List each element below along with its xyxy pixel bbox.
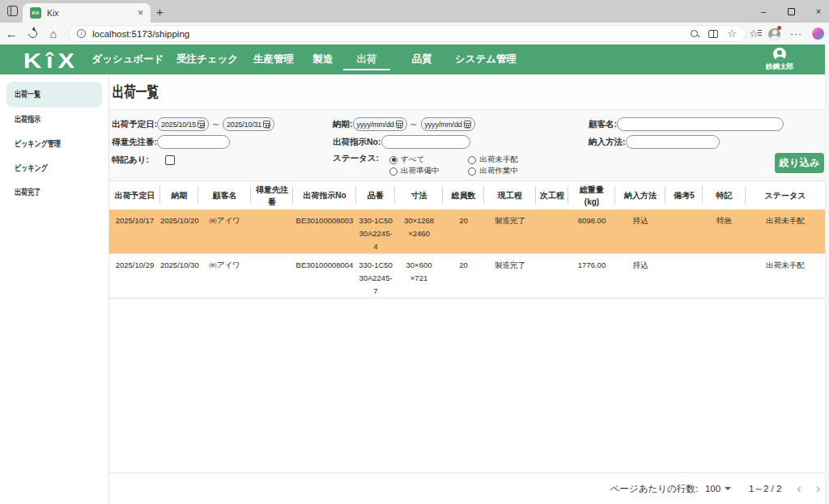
- sidebar-item-2[interactable]: 出荷指示: [6, 108, 102, 132]
- table-cell: [251, 254, 293, 299]
- tab-close-icon[interactable]: ×: [138, 7, 143, 19]
- status-label: ステータス:: [333, 153, 379, 164]
- column-header[interactable]: 次工程: [536, 181, 568, 210]
- rows-per-page-caret-icon[interactable]: [725, 487, 731, 490]
- column-header[interactable]: 総員数: [443, 181, 484, 210]
- nav-item-3[interactable]: 生産管理: [253, 44, 294, 74]
- table-cell: 2025/10/17: [109, 210, 160, 254]
- radio-icon: [389, 167, 397, 176]
- copilot-icon[interactable]: [812, 28, 824, 40]
- calendar-icon[interactable]: [396, 121, 403, 128]
- nav-item-6[interactable]: 品質: [412, 44, 432, 74]
- delivery-method-label: 納入方法:: [589, 137, 626, 148]
- table-cell: 特急: [703, 210, 746, 254]
- special-note-label: 特記あり:: [112, 155, 149, 166]
- rows-per-page-select[interactable]: 100: [705, 484, 721, 493]
- address-bar[interactable]: i localhost:5173/shipping ☆: [68, 25, 746, 42]
- column-header[interactable]: 納入方法: [615, 181, 665, 210]
- nav-item-7[interactable]: システム管理: [455, 44, 517, 74]
- calendar-icon[interactable]: [263, 121, 270, 128]
- column-header[interactable]: 総重量 (kg): [568, 181, 615, 210]
- table-row[interactable]: 2025/10/292025/10/30㈱アイワBE30100008004330…: [109, 254, 825, 299]
- table-cell: [703, 254, 746, 299]
- sidebar-item-5[interactable]: 出荷完了: [6, 180, 102, 205]
- nav-item-4[interactable]: 製造: [313, 44, 334, 74]
- delivery-date-from-input[interactable]: yyyy/mm/dd: [353, 117, 407, 131]
- sidebar-item-1[interactable]: 出荷一覧: [6, 82, 102, 108]
- column-header[interactable]: 得意先注番: [251, 181, 293, 210]
- site-info-icon[interactable]: i: [77, 29, 86, 38]
- column-header[interactable]: 備考5: [665, 181, 703, 210]
- special-note-checkbox[interactable]: [165, 155, 175, 165]
- shipping-date-to-input[interactable]: 2025/10/31: [223, 117, 274, 131]
- column-header[interactable]: 特記: [703, 181, 746, 210]
- table-cell: 20: [443, 210, 484, 254]
- table-cell: [536, 254, 568, 299]
- calendar-icon[interactable]: [198, 121, 205, 128]
- table-cell: 1776.00: [568, 254, 615, 299]
- delivery-date-to-input[interactable]: yyyy/mm/dd: [421, 117, 475, 131]
- column-header[interactable]: 品番: [356, 181, 395, 210]
- split-screen-icon[interactable]: [708, 30, 718, 38]
- table-row[interactable]: 2025/10/172025/10/20㈱アイワBE30100008003330…: [109, 210, 825, 254]
- search-icon[interactable]: [690, 29, 699, 39]
- column-header[interactable]: 出荷指示No: [293, 181, 356, 210]
- customer-order-no-input[interactable]: [157, 135, 230, 149]
- column-header[interactable]: 納期: [160, 181, 198, 210]
- new-tab-icon[interactable]: +: [156, 5, 164, 19]
- radio-icon: [389, 156, 397, 164]
- filter-button[interactable]: 絞り込み: [775, 153, 824, 173]
- user-avatar-icon: [773, 48, 786, 61]
- favorites-icon[interactable]: ☆: [749, 28, 759, 40]
- profile-avatar-icon[interactable]: [768, 27, 780, 41]
- status-radio-4[interactable]: 出荷作業中: [468, 167, 518, 176]
- column-header[interactable]: 現工程: [484, 181, 536, 210]
- back-icon[interactable]: ←: [5, 28, 18, 40]
- close-icon[interactable]: ×: [805, 0, 829, 23]
- status-radio-1[interactable]: すべて: [389, 155, 440, 164]
- browser-toolbar: ← ⌂ i localhost:5173/shipping ☆ ☆ ···: [0, 23, 829, 44]
- calendar-icon[interactable]: [464, 121, 471, 128]
- app-navbar: KîX ダッシュボード受注チェック生産管理製造出荷品質システム管理 鉄鋼太郎: [0, 44, 829, 74]
- nav-item-2[interactable]: 受注チェック: [176, 44, 238, 74]
- browser-titlebar: KIX Kix × + – ×: [0, 0, 829, 23]
- radio-icon: [468, 156, 476, 164]
- browser-tab[interactable]: KIX Kix ×: [23, 3, 151, 23]
- customer-label: 顧客名:: [589, 119, 617, 130]
- home-icon[interactable]: ⌂: [47, 28, 60, 40]
- prev-page-icon[interactable]: ‹: [796, 481, 801, 497]
- tab-workspaces-icon[interactable]: [7, 6, 18, 16]
- status-radio-3[interactable]: 出荷未手配: [468, 155, 518, 164]
- column-header[interactable]: 出荷予定日: [109, 181, 160, 210]
- column-header[interactable]: ステータス: [746, 181, 825, 210]
- table-cell: BE30100008004: [293, 254, 356, 299]
- user-menu[interactable]: 鉄鋼太郎: [766, 48, 793, 72]
- page-scrollbar[interactable]: [825, 44, 829, 504]
- shipping-date-from-input[interactable]: 2025/10/15: [157, 117, 209, 131]
- bookmark-star-icon[interactable]: ☆: [727, 28, 737, 40]
- table-cell: 持込: [615, 210, 665, 254]
- reload-icon[interactable]: [26, 28, 39, 40]
- column-header[interactable]: 顧客名: [198, 181, 251, 210]
- sidebar-item-3[interactable]: ピッキング管理: [6, 132, 102, 156]
- table-cell: 製造完了: [484, 254, 536, 299]
- app-logo[interactable]: KîX: [23, 49, 79, 74]
- minimize-icon[interactable]: –: [750, 0, 777, 23]
- shipping-instruction-no-input[interactable]: [381, 135, 470, 149]
- customer-order-no-label: 得意先注番:: [112, 137, 157, 148]
- delivery-method-input[interactable]: [626, 135, 720, 149]
- status-radio-2[interactable]: 出荷準備中: [389, 167, 440, 176]
- radio-icon: [468, 167, 476, 176]
- next-page-icon[interactable]: ›: [815, 481, 821, 497]
- customer-input[interactable]: [617, 117, 784, 131]
- shipping-date-label: 出荷予定日:: [112, 119, 157, 130]
- sidebar-item-4[interactable]: ピッキング: [6, 156, 102, 180]
- table-cell: 330-1C50 30A2245- 7: [356, 254, 395, 299]
- nav-item-1[interactable]: ダッシュボード: [91, 44, 164, 74]
- date-range-separator: ～: [211, 118, 220, 130]
- column-header[interactable]: 寸法: [395, 181, 443, 210]
- sidebar: 出荷一覧出荷指示ピッキング管理ピッキング出荷完了: [0, 74, 109, 504]
- radio-label: 出荷未手配: [479, 155, 518, 165]
- maximize-icon[interactable]: [777, 0, 805, 23]
- more-menu-icon[interactable]: ···: [790, 28, 802, 40]
